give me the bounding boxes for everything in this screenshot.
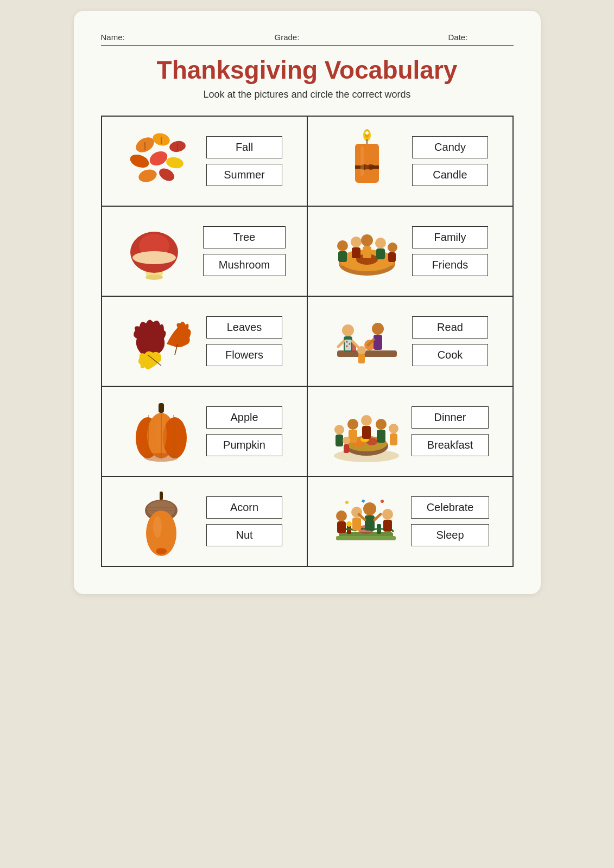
- svg-rect-37: [376, 248, 385, 259]
- svg-point-81: [389, 424, 398, 433]
- word-options-row2-left: Tree Mushroom: [203, 226, 286, 276]
- cell-candle: Candy Candle: [308, 117, 512, 206]
- svg-point-109: [345, 501, 349, 504]
- svg-rect-84: [344, 444, 349, 453]
- svg-point-32: [351, 237, 362, 247]
- svg-rect-74: [336, 435, 343, 446]
- vocabulary-grid: Fall Summer: [101, 116, 514, 567]
- table-row: Leaves Flowers: [102, 297, 512, 387]
- pumpkin-icon: [126, 399, 197, 464]
- word-box[interactable]: Mushroom: [203, 254, 286, 276]
- svg-rect-15: [355, 144, 379, 183]
- svg-rect-82: [390, 433, 397, 445]
- svg-point-4: [148, 149, 170, 168]
- svg-rect-57: [358, 354, 365, 363]
- svg-rect-31: [338, 251, 347, 262]
- word-box[interactable]: Friends: [412, 254, 488, 276]
- cell-acorn: Acorn Nut: [102, 477, 308, 566]
- header-fields: Name: Grade: Date:: [101, 33, 514, 46]
- cooking-icon: [332, 309, 402, 374]
- cell-family: Family Friends: [308, 207, 512, 296]
- cell-celebrate: Celebrate Sleep: [308, 477, 512, 566]
- celebrate-icon: [331, 489, 401, 554]
- word-box[interactable]: Dinner: [412, 406, 489, 429]
- svg-point-92: [156, 548, 167, 554]
- candle-icon: [332, 129, 402, 194]
- svg-rect-94: [336, 536, 396, 540]
- word-box[interactable]: Candy: [412, 136, 488, 158]
- svg-point-49: [349, 343, 351, 345]
- word-box[interactable]: Sleep: [411, 524, 490, 546]
- word-options-row2-right: Family Friends: [412, 226, 488, 276]
- word-box[interactable]: Cook: [412, 344, 488, 366]
- word-box[interactable]: Flowers: [206, 344, 282, 366]
- cell-leaves: Leaves Flowers: [102, 297, 308, 386]
- word-box[interactable]: Pumpkin: [206, 434, 282, 456]
- svg-point-5: [166, 156, 185, 169]
- svg-point-7: [157, 166, 176, 183]
- cell-cooking: Read Cook: [308, 297, 512, 386]
- svg-point-3: [128, 152, 150, 170]
- page: Name: Grade: Date: Thanksgiving Vocabula…: [74, 11, 541, 594]
- svg-point-99: [336, 510, 347, 521]
- autumn-leaves-icon: [126, 309, 197, 374]
- svg-rect-33: [352, 247, 360, 258]
- grade-label: Grade:: [275, 33, 340, 42]
- word-box[interactable]: Read: [412, 316, 488, 339]
- svg-point-6: [137, 168, 159, 184]
- svg-rect-104: [365, 515, 375, 531]
- word-box[interactable]: Candle: [412, 164, 488, 186]
- svg-point-66: [144, 453, 179, 462]
- word-options-row3-left: Leaves Flowers: [206, 316, 282, 366]
- page-subtitle: Look at the pictures and circle the corr…: [101, 89, 514, 100]
- name-label: Name:: [101, 33, 166, 42]
- svg-rect-54: [374, 335, 382, 350]
- svg-point-50: [346, 346, 348, 347]
- svg-point-36: [375, 238, 386, 248]
- date-label: Date:: [448, 33, 514, 42]
- table-row: Acorn Nut: [102, 477, 512, 566]
- svg-line-106: [375, 514, 381, 520]
- svg-point-34: [361, 234, 373, 246]
- cell-leaves-fall: Fall Summer: [102, 117, 308, 206]
- word-options-row1-right: Candy Candle: [412, 136, 488, 186]
- svg-point-103: [363, 502, 376, 515]
- fall-leaves-icon: [126, 129, 197, 194]
- svg-point-38: [388, 242, 397, 252]
- svg-point-30: [337, 240, 348, 251]
- word-box[interactable]: Fall: [206, 136, 282, 158]
- svg-rect-47: [345, 340, 351, 350]
- thanksgiving-dinner-icon: [331, 399, 402, 464]
- word-box[interactable]: Leaves: [206, 316, 282, 339]
- svg-point-79: [376, 419, 387, 430]
- word-box[interactable]: Tree: [203, 226, 286, 248]
- cell-dinner: Dinner Breakfast: [308, 387, 512, 476]
- svg-line-51: [338, 341, 344, 347]
- svg-point-48: [346, 341, 348, 343]
- svg-point-110: [381, 500, 384, 503]
- svg-rect-20: [360, 146, 364, 176]
- word-box[interactable]: Acorn: [206, 496, 282, 519]
- svg-point-53: [372, 323, 384, 335]
- word-box[interactable]: Nut: [206, 524, 282, 546]
- word-box[interactable]: Celebrate: [411, 496, 490, 519]
- svg-point-13: [365, 131, 369, 135]
- word-options-row1-left: Fall Summer: [206, 136, 282, 186]
- svg-rect-35: [363, 246, 371, 258]
- svg-point-56: [357, 346, 366, 355]
- svg-point-107: [382, 509, 393, 520]
- svg-point-73: [334, 425, 344, 435]
- svg-point-25: [145, 275, 163, 280]
- svg-rect-111: [361, 499, 365, 503]
- page-title: Thanksgiving Vocabulary: [101, 55, 514, 85]
- table-row: Apple Pumpkin: [102, 387, 512, 477]
- word-box[interactable]: Breakfast: [412, 434, 489, 456]
- word-box[interactable]: Family: [412, 226, 488, 248]
- svg-point-91: [153, 516, 162, 538]
- word-box[interactable]: Apple: [206, 406, 282, 429]
- acorn-icon: [126, 489, 197, 554]
- svg-point-24: [132, 251, 176, 264]
- word-options-row3-right: Read Cook: [412, 316, 488, 366]
- svg-point-19: [365, 165, 369, 169]
- word-box[interactable]: Summer: [206, 164, 282, 186]
